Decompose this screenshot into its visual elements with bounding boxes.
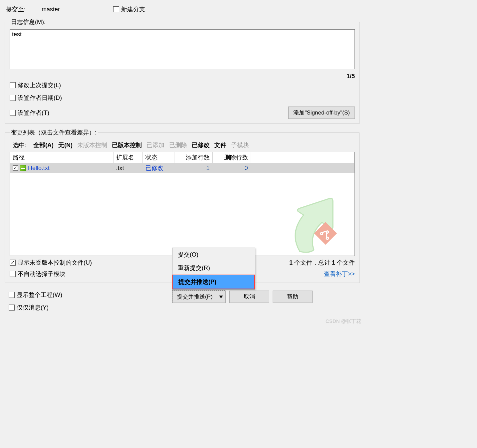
checkbox-icon bbox=[9, 305, 15, 311]
log-message-group: 日志信息(M): 1/5 修改上次提交(L) 设置作者日期(D) 设置作者(T)… bbox=[5, 18, 360, 124]
filter-unversioned[interactable]: 未版本控制 bbox=[77, 141, 107, 149]
file-name: Hello.txt bbox=[28, 165, 50, 172]
set-author-checkbox[interactable]: 设置作者(T) bbox=[10, 109, 49, 117]
menu-commit-and-push[interactable]: 提交并推送(P) bbox=[172, 275, 255, 289]
line-counter: 1/5 bbox=[347, 73, 355, 80]
selection-summary: 1 个文件，总计 1 个文件 bbox=[289, 259, 355, 267]
file-deleted-lines: 0 bbox=[212, 163, 251, 173]
chevron-down-icon bbox=[219, 296, 223, 298]
filter-modified[interactable]: 已修改 bbox=[192, 141, 210, 149]
row-checkbox[interactable] bbox=[13, 165, 18, 171]
col-added[interactable]: 添加行数 bbox=[174, 152, 212, 163]
no-auto-submodule-label: 不自动选择子模块 bbox=[18, 270, 66, 278]
filter-all[interactable]: 全部(A) bbox=[33, 141, 54, 149]
filter-deleted[interactable]: 已删除 bbox=[169, 141, 187, 149]
log-legend: 日志信息(M): bbox=[10, 18, 47, 26]
file-modified-icon bbox=[20, 165, 26, 171]
commit-dropdown-menu: 提交(O) 重新提交(R) 提交并推送(P) bbox=[172, 248, 255, 290]
add-signed-off-button[interactable]: 添加"Signed-off-by"(S) bbox=[288, 107, 355, 119]
view-patch-link[interactable]: 查看补丁>> bbox=[289, 270, 355, 278]
commit-push-button[interactable]: 提交并推送(P) bbox=[172, 291, 217, 303]
amend-label: 修改上次提交(L) bbox=[18, 81, 61, 89]
file-status: 已修改 bbox=[142, 163, 174, 173]
new-branch-label: 新建分支 bbox=[121, 5, 145, 13]
checkbox-icon bbox=[10, 271, 16, 277]
menu-recommit[interactable]: 重新提交(R) bbox=[172, 261, 255, 275]
set-author-label: 设置作者(T) bbox=[18, 109, 49, 117]
table-row[interactable]: Hello.txt .txt 已修改 1 0 bbox=[10, 163, 355, 173]
filter-none[interactable]: 无(N) bbox=[58, 141, 73, 149]
commit-arrow-icon bbox=[278, 186, 351, 256]
checkbox-icon bbox=[113, 6, 119, 12]
checkbox-icon bbox=[10, 82, 16, 88]
col-status[interactable]: 状态 bbox=[142, 152, 174, 163]
commit-to-label: 提交至: bbox=[6, 5, 26, 13]
message-only-checkbox[interactable]: 仅仅消息(Y) bbox=[9, 304, 166, 312]
changes-table[interactable]: 路径 扩展名 状态 添加行数 删除行数 Hello.txt bbox=[10, 152, 355, 256]
svg-rect-0 bbox=[314, 222, 337, 245]
commit-message-input[interactable] bbox=[10, 29, 355, 69]
col-ext[interactable]: 扩展名 bbox=[113, 152, 142, 163]
file-ext: .txt bbox=[113, 163, 142, 173]
checkbox-icon bbox=[10, 110, 16, 116]
col-spacer bbox=[251, 152, 355, 163]
message-only-label: 仅仅消息(Y) bbox=[17, 304, 49, 312]
changes-legend: 变更列表（双击文件查看差异）: bbox=[10, 128, 98, 136]
filter-row: 选中: 全部(A) 无(N) 未版本控制 已版本控制 已添加 已删除 已修改 文… bbox=[10, 140, 355, 152]
filter-files[interactable]: 文件 bbox=[214, 141, 226, 149]
cancel-button[interactable]: 取消 bbox=[229, 291, 269, 303]
author-date-checkbox[interactable]: 设置作者日期(D) bbox=[10, 94, 355, 102]
filter-versioned[interactable]: 已版本控制 bbox=[112, 141, 142, 149]
author-date-label: 设置作者日期(D) bbox=[18, 94, 62, 102]
commit-split-button[interactable]: 提交并推送(P) bbox=[172, 290, 226, 303]
branch-name: master bbox=[42, 6, 60, 13]
menu-commit[interactable]: 提交(O) bbox=[172, 248, 255, 261]
help-button[interactable]: 帮助 bbox=[273, 291, 313, 303]
watermark: CSDN @张丁花 bbox=[0, 317, 364, 327]
filter-added[interactable]: 已添加 bbox=[146, 141, 164, 149]
file-added-lines: 1 bbox=[174, 163, 212, 173]
filter-submodules[interactable]: 子模块 bbox=[231, 141, 249, 149]
new-branch-checkbox[interactable]: 新建分支 bbox=[113, 5, 145, 13]
amend-checkbox[interactable]: 修改上次提交(L) bbox=[10, 81, 355, 89]
select-label: 选中: bbox=[13, 141, 27, 149]
checkbox-icon bbox=[10, 260, 16, 266]
show-whole-project-checkbox[interactable]: 显示整个工程(W) bbox=[9, 291, 166, 299]
checkbox-icon bbox=[10, 95, 16, 101]
commit-dropdown-toggle[interactable] bbox=[217, 291, 226, 303]
checkbox-icon bbox=[9, 292, 15, 298]
show-unversioned-label: 显示未受版本控制的文件(U) bbox=[18, 259, 92, 267]
show-whole-project-label: 显示整个工程(W) bbox=[17, 291, 62, 299]
col-path[interactable]: 路径 bbox=[10, 152, 113, 163]
col-deleted[interactable]: 删除行数 bbox=[212, 152, 251, 163]
